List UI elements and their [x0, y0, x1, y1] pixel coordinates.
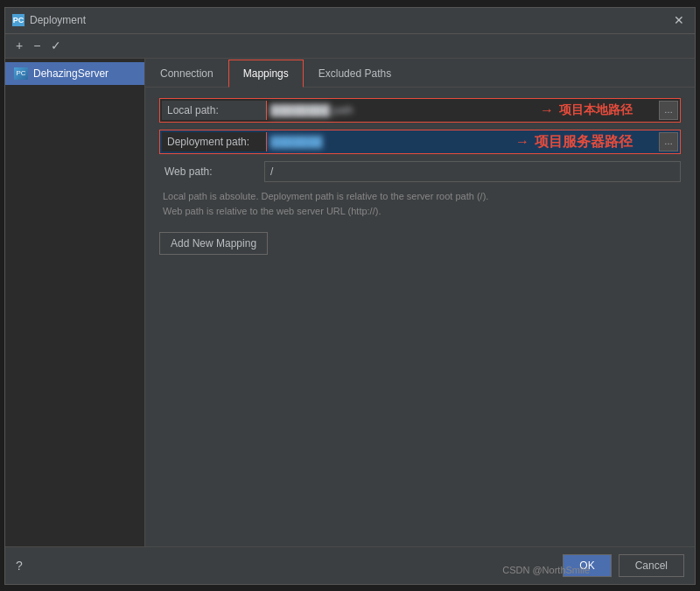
sidebar-item-label: DehazingServer: [33, 67, 108, 80]
hint-line1: Local path is absolute. Deployment path …: [163, 189, 681, 205]
deployment-path-arrow-icon: →: [515, 134, 529, 150]
remove-button[interactable]: −: [30, 38, 44, 53]
tab-connection[interactable]: Connection: [145, 60, 228, 88]
help-button[interactable]: ?: [16, 559, 23, 573]
local-path-browse-button[interactable]: …: [659, 101, 678, 120]
hint-line2: Web path is relative to the web server U…: [163, 204, 681, 220]
server-icon: PC: [14, 67, 28, 80]
tab-content-mappings: Local path: ████████ path → 项目本地路径 …: [145, 88, 695, 546]
tab-mappings[interactable]: Mappings: [228, 60, 304, 88]
local-path-label: Local path:: [162, 101, 267, 120]
app-icon: PC: [12, 14, 24, 26]
deployment-path-annotation-text: 项目服务器路径: [535, 132, 633, 151]
deployment-path-label: Deployment path:: [162, 132, 267, 151]
deployment-path-row: Deployment path: ███████ → 项目服务器路径 …: [159, 130, 681, 154]
deployment-path-annotation-overlay: → 项目服务器路径: [515, 132, 633, 151]
web-path-label: Web path:: [159, 162, 264, 181]
local-path-annotation-overlay: → 项目本地路径: [540, 102, 633, 118]
toolbar: + − ✓: [5, 34, 695, 59]
local-path-row: Local path: ████████ path → 项目本地路径 …: [159, 98, 681, 123]
watermark: CSDN @NorthSmile: [502, 565, 590, 575]
dialog-footer: ? OK Cancel: [5, 546, 695, 584]
local-path-blurred: ████████ path: [270, 104, 354, 116]
tab-bar: Connection Mappings Excluded Paths: [145, 59, 695, 88]
local-path-arrow-icon: →: [540, 102, 554, 118]
deployment-path-browse-button[interactable]: …: [659, 132, 678, 151]
local-path-annotation-text: 项目本地路径: [559, 102, 633, 118]
add-button[interactable]: +: [12, 38, 26, 53]
sidebar: PC DehazingServer: [5, 59, 145, 546]
deployment-dialog: PC Deployment ✕ + − ✓ PC DehazingServer …: [4, 7, 696, 585]
add-new-mapping-button[interactable]: Add New Mapping: [159, 232, 268, 255]
title-bar: PC Deployment ✕: [5, 8, 695, 34]
tab-excluded-paths[interactable]: Excluded Paths: [304, 60, 406, 88]
title-bar-left: PC Deployment: [12, 14, 86, 26]
web-path-input[interactable]: [264, 161, 681, 182]
check-button[interactable]: ✓: [47, 38, 65, 53]
sidebar-item-dehazing-server[interactable]: PC DehazingServer: [5, 62, 144, 85]
dialog-title: Deployment: [30, 14, 86, 26]
main-panel: Connection Mappings Excluded Paths Local…: [145, 59, 695, 546]
web-path-row: Web path:: [159, 161, 681, 182]
close-button[interactable]: ✕: [670, 12, 688, 28]
hint-text: Local path is absolute. Deployment path …: [159, 189, 681, 220]
deployment-path-blurred: ███████: [270, 136, 323, 148]
dialog-body: PC DehazingServer Connection Mappings Ex…: [5, 59, 695, 546]
cancel-button[interactable]: Cancel: [619, 554, 684, 577]
